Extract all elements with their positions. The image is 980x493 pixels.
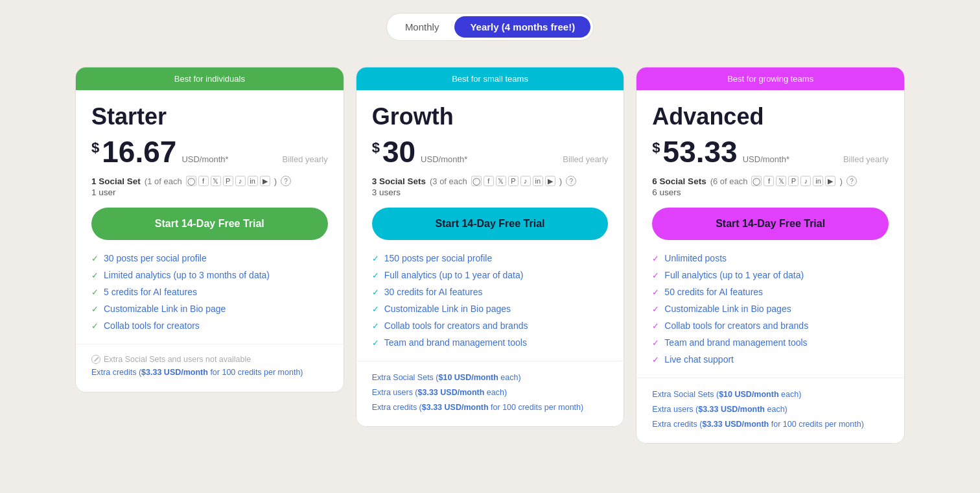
advanced-extra-credits: Extra credits ($3.33 USD/month for 100 c… [652, 418, 889, 431]
check-icon: ✓ [372, 271, 379, 280]
starter-price: 16.67 [102, 137, 176, 167]
footer-link-text: Extra users ($3.33 USD/month each) [652, 405, 787, 414]
starter-social-sets: 1 Social Set (1 of each ◯ f 𝕏 P ♪ in ▶ )… [91, 176, 328, 186]
feature-label: Team and brand management tools [384, 337, 527, 348]
check-icon: ✓ [652, 271, 659, 280]
list-item: ✓ Collab tools for creators and brands [652, 320, 889, 331]
advanced-features: ✓ Unlimited posts ✓ Full analytics (up t… [652, 253, 889, 365]
check-icon: ✓ [91, 254, 99, 263]
growth-name: Growth [372, 103, 609, 130]
list-item: ✓ 150 posts per social profile [372, 253, 609, 263]
pinterest-icon: P [508, 176, 519, 186]
advanced-trial-button[interactable]: Start 14-Day Free Trial [652, 208, 889, 240]
list-item: ✓ Team and brand management tools [372, 337, 609, 348]
check-icon: ✓ [372, 338, 379, 348]
facebook-icon: f [484, 176, 494, 186]
advanced-price-row: $ 53.33 USD/month* Billed yearly [652, 137, 889, 167]
growth-badge: Best for small teams [356, 67, 624, 90]
growth-extra-sets: Extra Social Sets ($10 USD/month each) [372, 372, 609, 384]
advanced-name: Advanced [652, 103, 889, 130]
footer-link-text: Extra credits ($3.33 USD/month for 100 c… [652, 420, 864, 429]
list-item: ✓ Unlimited posts [652, 253, 889, 263]
list-item: ✓ 30 credits for AI features [372, 287, 609, 297]
linkedin-icon: in [813, 176, 823, 186]
growth-price: 30 [382, 137, 415, 167]
youtube-icon: ▶ [260, 176, 270, 186]
check-icon: ✓ [652, 338, 659, 348]
check-icon: ✓ [91, 271, 99, 280]
advanced-help-icon[interactable]: ? [846, 176, 857, 186]
starter-no-extra-text: Extra Social Sets and users not availabl… [104, 355, 251, 364]
starter-body: Starter $ 16.67 USD/month* Billed yearly… [76, 90, 344, 344]
check-icon: ✓ [372, 287, 379, 297]
growth-users: 3 users [372, 187, 609, 197]
growth-footer: Extra Social Sets ($10 USD/month each) E… [356, 361, 624, 426]
advanced-currency: $ [652, 139, 660, 156]
monthly-toggle[interactable]: Monthly [390, 16, 455, 38]
check-icon: ✓ [652, 287, 659, 297]
list-item: ✓ Full analytics (up to 1 year of data) [372, 270, 609, 280]
check-icon: ✓ [652, 254, 659, 263]
starter-name: Starter [91, 103, 328, 130]
check-icon: ✓ [652, 355, 659, 365]
advanced-price: 53.33 [663, 137, 738, 167]
growth-trial-button[interactable]: Start 14-Day Free Trial [372, 208, 609, 240]
footer-link-text: Extra Social Sets ($10 USD/month each) [372, 373, 521, 382]
advanced-social-sets: 6 Social Sets (6 of each ◯ f 𝕏 P ♪ in ▶ … [652, 176, 889, 186]
check-icon: ✓ [372, 304, 379, 314]
tiktok-icon: ♪ [235, 176, 246, 186]
growth-billed: Billed yearly [563, 154, 608, 164]
list-item: ✓ Live chat support [652, 354, 889, 365]
advanced-billed: Billed yearly [843, 154, 889, 164]
youtube-icon: ▶ [825, 176, 835, 186]
list-item: ✓ Customizable Link in Bio pages [652, 304, 889, 314]
footer-link-text: Extra credits ($3.33 USD/month for 100 c… [372, 403, 584, 412]
facebook-icon: f [198, 176, 209, 186]
billing-toggle[interactable]: Monthly Yearly (4 months free!) [386, 13, 594, 41]
feature-label: Team and brand management tools [664, 337, 807, 348]
pinterest-icon: P [788, 176, 799, 186]
feature-label: 5 credits for AI features [104, 287, 197, 297]
youtube-icon: ▶ [545, 176, 555, 186]
feature-label: 150 posts per social profile [384, 253, 493, 263]
starter-currency: $ [91, 139, 99, 156]
x-icon: 𝕏 [496, 176, 506, 186]
feature-label: 30 posts per social profile [104, 253, 207, 263]
footer-link-text: Extra users ($3.33 USD/month each) [372, 388, 507, 397]
growth-features: ✓ 150 posts per social profile ✓ Full an… [372, 253, 609, 348]
tiktok-icon: ♪ [520, 176, 531, 186]
feature-label: 50 credits for AI features [664, 287, 763, 297]
instagram-icon: ◯ [186, 176, 196, 186]
growth-price-row: $ 30 USD/month* Billed yearly [372, 137, 609, 167]
starter-sets-sub: (1 of each [145, 176, 182, 186]
starter-users: 1 user [91, 187, 328, 197]
starter-features: ✓ 30 posts per social profile ✓ Limited … [91, 253, 328, 331]
growth-price-detail: USD/month* [421, 154, 467, 164]
starter-sets-label: 1 Social Set [91, 176, 141, 186]
starter-trial-button[interactable]: Start 14-Day Free Trial [91, 208, 328, 240]
list-item: ✓ Customizable Link in Bio pages [372, 304, 609, 314]
growth-plan-card: Best for small teams Growth $ 30 USD/mon… [356, 67, 625, 427]
advanced-sets-label: 6 Social Sets [652, 176, 706, 186]
list-item: ✓ Collab tools for creators and brands [372, 320, 609, 331]
pricing-cards: Best for individuals Starter $ 16.67 USD… [75, 67, 905, 444]
list-item: ✓ Collab tools for creators [91, 320, 328, 331]
list-item: ✓ Team and brand management tools [652, 337, 889, 348]
feature-label: Customizable Link in Bio pages [664, 304, 791, 314]
growth-sets-sub: (3 of each [430, 176, 467, 186]
yearly-toggle[interactable]: Yearly (4 months free!) [454, 16, 590, 38]
linkedin-icon: in [533, 176, 543, 186]
facebook-icon: f [764, 176, 774, 186]
growth-sets-label: 3 Social Sets [372, 176, 426, 186]
advanced-body: Advanced $ 53.33 USD/month* Billed yearl… [636, 90, 904, 378]
feature-label: Collab tools for creators [104, 320, 200, 331]
growth-body: Growth $ 30 USD/month* Billed yearly 3 S… [356, 90, 624, 361]
list-item: ✓ Limited analytics (up to 3 months of d… [91, 270, 328, 280]
x-icon: 𝕏 [776, 176, 786, 186]
starter-social-icons: ◯ f 𝕏 P ♪ in ▶ [186, 176, 270, 186]
starter-price-row: $ 16.67 USD/month* Billed yearly [91, 137, 328, 167]
instagram-icon: ◯ [471, 176, 482, 186]
advanced-footer: Extra Social Sets ($10 USD/month each) E… [636, 378, 904, 443]
starter-help-icon[interactable]: ? [281, 176, 291, 186]
growth-help-icon[interactable]: ? [566, 176, 576, 186]
